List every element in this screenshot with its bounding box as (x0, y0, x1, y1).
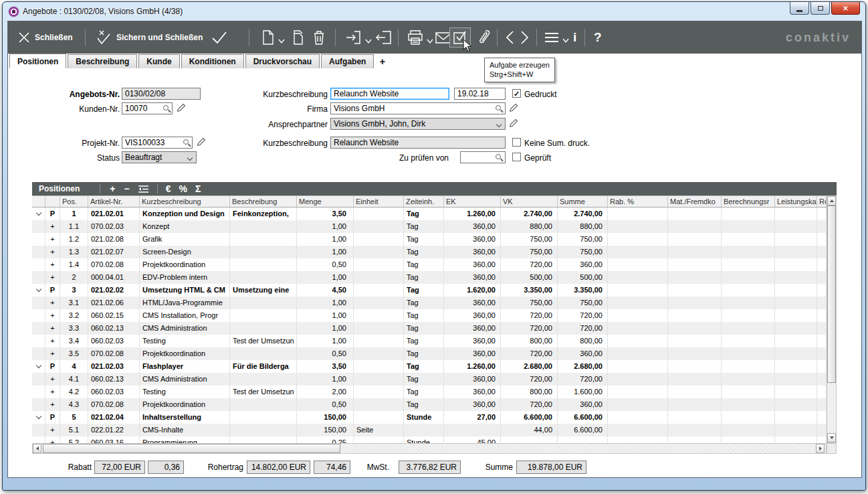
expand-chevron-icon[interactable] (36, 414, 41, 419)
search-icon[interactable] (495, 104, 504, 113)
table-row[interactable]: P5021.02.04Inhaltserstellung150,00Stunde… (32, 411, 827, 424)
print-button[interactable] (407, 21, 433, 54)
edit-pencil-icon[interactable] (197, 137, 206, 147)
tab-aufgaben[interactable]: Aufgaben (321, 54, 374, 68)
add-tab-button[interactable]: + (375, 54, 389, 68)
column-header[interactable]: Leistungskate (775, 196, 817, 207)
expand-chevron-icon[interactable] (36, 210, 41, 216)
table-row[interactable]: +4.1060.02.13CMS Administration1,00Tag36… (32, 373, 827, 386)
save-close-button[interactable]: Sichern und Schließen (96, 21, 228, 54)
column-header[interactable]: Berechnungsr (722, 196, 775, 207)
column-header[interactable]: VK (501, 196, 558, 207)
horizontal-scrollbar[interactable] (32, 443, 827, 454)
kurzbeschreibung-field[interactable]: Relaunch Website (330, 88, 449, 100)
close-window-button[interactable]: ✕ (831, 2, 860, 15)
search-icon[interactable] (183, 139, 191, 147)
indent-button[interactable] (138, 185, 149, 193)
tab-beschreibung[interactable]: Beschreibung (68, 54, 137, 68)
table-row[interactable]: +1.4070.02.08Projektkoordination0,50Tag3… (32, 258, 827, 271)
ansprechpartner-dropdown[interactable]: Visions GmbH, John, Dirk (330, 118, 506, 130)
table-row[interactable]: +4.3070.02.08Projektkoordination0,50Tag3… (32, 398, 827, 411)
angebots-nr-field[interactable]: 0130/02/08 (122, 88, 201, 100)
edit-pencil-icon[interactable] (509, 103, 518, 112)
column-header[interactable]: Rab. % (608, 196, 668, 207)
table-row[interactable]: +4.2060.02.03TestingTest der Umsetzun2,0… (32, 386, 827, 398)
new-record-button[interactable] (261, 21, 285, 54)
table-row[interactable]: +3.3060.02.13CMS Administration1,00Tag36… (32, 322, 827, 335)
table-row[interactable]: +1.1070.02.03Konzept1,00Tag360,00880,008… (32, 220, 827, 233)
table-row[interactable]: P3021.02.02Umsetzung HTML & CMUmsetzung … (32, 284, 827, 297)
table-row[interactable]: +3.2060.02.15CMS Installation, Progr1,00… (32, 309, 827, 322)
column-header[interactable]: Rc (817, 196, 827, 207)
delete-record-button[interactable] (312, 21, 326, 54)
expand-chevron-icon[interactable] (36, 286, 41, 292)
column-header[interactable]: Mat./Fremdko (668, 196, 722, 207)
cell-berechnung (722, 246, 775, 258)
titlebar[interactable]: Angebote : 0130/02/08, Visions GmbH (4/3… (3, 2, 865, 21)
table-row[interactable]: P4021.02.03FlashplayerFür die Bilderga3,… (32, 360, 827, 373)
column-header[interactable]: Pos. (60, 196, 88, 207)
table-row[interactable]: +5.1022.01.22CMS-Inhalte150,00Seite44,00… (32, 424, 827, 436)
percent-button[interactable]: % (179, 183, 187, 194)
menu-button[interactable] (544, 21, 569, 54)
edit-pencil-icon[interactable] (177, 103, 186, 112)
table-row[interactable]: +1.2021.02.08Grafik1,00Tag360,00750,0075… (32, 233, 827, 246)
column-header[interactable]: Beschreibung (230, 196, 297, 207)
scroll-left-button[interactable] (33, 444, 41, 453)
info-button[interactable]: i (573, 21, 576, 54)
column-header[interactable]: EK (444, 196, 501, 207)
column-header[interactable]: Einheit (354, 196, 404, 207)
table-row[interactable]: +3.4060.02.03TestingTest der Umsetzun1,0… (32, 335, 827, 347)
duplicate-record-button[interactable] (289, 21, 305, 54)
geprueft-checkbox[interactable] (512, 153, 521, 161)
table-row[interactable]: +3.1021.02.06HTML/Java-Programmie1,00Tag… (32, 297, 827, 309)
remove-row-button[interactable]: − (124, 183, 130, 194)
table-row[interactable]: +2000.04.01EDV-Problem intern1,00Tag360,… (32, 271, 827, 284)
table-row[interactable]: +1.3021.02.07Screen-Design1,00Tag360,007… (32, 246, 827, 258)
gedruckt-checkbox[interactable] (512, 89, 521, 98)
next-record-button[interactable] (520, 21, 530, 54)
column-header[interactable]: Summe (558, 196, 608, 207)
vertical-scroll-thumb[interactable] (827, 205, 836, 383)
tab-konditionen[interactable]: Konditionen (181, 54, 244, 68)
column-header[interactable]: Menge (297, 196, 354, 207)
scroll-down-button[interactable] (827, 433, 836, 442)
euro-button[interactable]: € (166, 183, 171, 194)
minimize-button[interactable] (790, 2, 809, 15)
tab-druckvorschau[interactable]: Druckvorschau (245, 54, 320, 68)
mouse-cursor (463, 39, 472, 52)
datum-field[interactable]: 19.02.18 (454, 88, 506, 100)
table-row[interactable]: P1021.02.01Konzeption und DesignFeinkonz… (32, 208, 827, 220)
column-header[interactable]: Zeiteinh. (404, 196, 444, 207)
help-button[interactable]: ? (594, 21, 602, 54)
search-icon[interactable] (162, 104, 171, 113)
import-button[interactable] (345, 21, 372, 54)
vertical-scrollbar[interactable] (827, 195, 837, 443)
status-dropdown[interactable]: Beauftragt (122, 151, 197, 163)
table-row[interactable]: +5.2060.03.16Programmierung0,25Stunde45,… (32, 436, 827, 443)
previous-record-button[interactable] (504, 21, 515, 54)
scroll-right-button[interactable] (816, 444, 825, 453)
column-header[interactable] (32, 196, 45, 207)
sum-button[interactable]: Σ (195, 183, 201, 194)
kurzbeschreibung2-field[interactable]: Relaunch Website (330, 137, 506, 149)
close-record-button[interactable]: Schließen (17, 21, 73, 54)
table-row[interactable]: +3.5070.02.08Projektkoordination0,50Tag3… (32, 347, 827, 360)
tab-kunde[interactable]: Kunde (138, 54, 179, 68)
add-row-button[interactable]: + (110, 183, 115, 194)
column-header[interactable]: Artikel-Nr. (88, 196, 140, 207)
column-header[interactable] (45, 196, 60, 207)
expand-chevron-icon[interactable] (36, 363, 41, 368)
firma-field[interactable]: Visions GmbH (330, 102, 506, 114)
app-icon (9, 7, 19, 17)
tab-positionen[interactable]: Positionen (9, 54, 66, 68)
maximize-button[interactable] (810, 2, 830, 15)
scroll-up-button[interactable] (827, 196, 836, 205)
search-icon[interactable] (495, 153, 504, 162)
horizontal-scroll-thumb[interactable] (43, 444, 340, 453)
column-header[interactable]: Kurzbeschreibung (140, 196, 230, 207)
edit-pencil-icon[interactable] (509, 118, 518, 128)
keine-sum-checkbox[interactable] (512, 138, 521, 147)
export-button[interactable] (374, 21, 392, 54)
attachment-button[interactable] (476, 21, 491, 54)
